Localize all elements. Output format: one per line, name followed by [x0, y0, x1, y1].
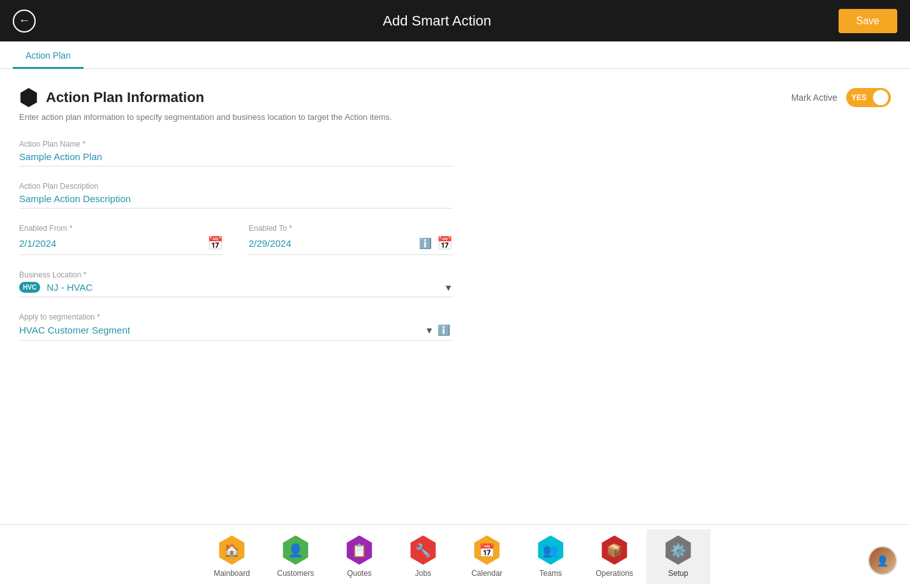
nav-label-jobs: Jobs — [415, 569, 431, 578]
enabled-from-label: Enabled From * — [19, 224, 223, 233]
segmentation-chevron-icon[interactable]: ▼ — [425, 325, 434, 335]
date-row: Enabled From * 2/1/2024 📅 Enabled To * 2… — [19, 224, 453, 255]
nav-item-setup[interactable]: ⚙️ Setup — [647, 529, 710, 584]
business-location-chevron-icon[interactable]: ▼ — [444, 283, 453, 293]
nav-item-quotes[interactable]: 📋 Quotes — [328, 529, 392, 584]
nav-label-setup: Setup — [668, 569, 688, 578]
action-plan-desc-label: Action Plan Description — [19, 182, 453, 191]
nav-item-mainboard[interactable]: 🏠 Mainboard — [200, 529, 264, 584]
teams-icon: 👥 — [536, 536, 566, 565]
save-button[interactable]: Save — [839, 9, 897, 33]
segmentation-label: Apply to segmentation * — [19, 312, 453, 321]
customers-icon: 👤 — [281, 536, 311, 565]
enabled-to-value[interactable]: 2/29/2024 — [249, 238, 291, 249]
nav-item-teams[interactable]: 👥 Teams — [519, 529, 583, 584]
hvc-badge: HVC — [19, 282, 40, 293]
nav-label-quotes: Quotes — [347, 569, 372, 578]
mark-active-label: Mark Active — [791, 92, 837, 103]
nav-label-teams: Teams — [539, 569, 562, 578]
nav-label-mainboard: Mainboard — [214, 569, 250, 578]
toggle-yes-label: YES — [851, 93, 867, 102]
business-location-field: Business Location * HVC NJ - HVAC ▼ — [19, 270, 453, 297]
segmentation-value: HVAC Customer Segment — [19, 325, 130, 335]
toggle-knob — [873, 90, 888, 105]
nav-item-customers[interactable]: 👤 Customers — [264, 529, 328, 584]
page-title: Add Smart Action — [383, 13, 491, 29]
nav-label-operations: Operations — [596, 569, 633, 578]
nav-item-calendar[interactable]: 📅 Calendar — [455, 529, 519, 584]
section-description: Enter action plan information to specify… — [19, 112, 891, 122]
enabled-from-field: Enabled From * 2/1/2024 📅 — [19, 224, 223, 255]
tab-bar: Action Plan — [0, 41, 910, 69]
enabled-from-wrap: 2/1/2024 📅 — [19, 235, 223, 255]
segmentation-field: Apply to segmentation * HVAC Customer Se… — [19, 312, 453, 341]
calendar-icon: 📅 — [473, 536, 502, 565]
user-avatar[interactable]: 👤 — [868, 546, 897, 575]
nav-item-jobs[interactable]: 🔧 Jobs — [392, 529, 455, 584]
nav-item-operations[interactable]: 📦 Operations — [583, 529, 647, 584]
enabled-from-value[interactable]: 2/1/2024 — [19, 238, 56, 249]
avatar-placeholder: 👤 — [869, 547, 896, 574]
jobs-icon: 🔧 — [409, 536, 438, 565]
back-button[interactable]: ← — [13, 10, 36, 33]
toggle-slider: YES — [846, 88, 891, 107]
tab-action-plan[interactable]: Action Plan — [13, 41, 84, 69]
action-plan-desc-field: Action Plan Description Sample Action De… — [19, 182, 453, 209]
section-title: Action Plan Information — [46, 89, 204, 106]
action-plan-name-label: Action Plan Name * — [19, 140, 453, 149]
segmentation-info-icon[interactable]: ℹ️ — [437, 324, 450, 336]
setup-icon: ⚙️ — [664, 536, 693, 565]
segmentation-wrap[interactable]: HVAC Customer Segment ▼ ℹ️ — [19, 324, 453, 341]
business-location-left: HVC NJ - HVAC — [19, 282, 92, 293]
section-hex-icon — [19, 88, 38, 107]
enabled-to-field: Enabled To * 2/29/2024 ℹ️ 📅 — [249, 224, 453, 255]
nav-items: 🏠 Mainboard 👤 Customers 📋 Quotes 🔧 — [200, 529, 710, 584]
section-title-wrap: Action Plan Information — [19, 88, 204, 107]
action-plan-desc-value[interactable]: Sample Action Description — [19, 193, 453, 209]
business-location-value: NJ - HVAC — [47, 282, 92, 293]
mainboard-icon: 🏠 — [217, 536, 247, 565]
segmentation-right: ▼ ℹ️ — [425, 324, 453, 336]
business-location-label: Business Location * — [19, 270, 453, 279]
action-plan-name-value[interactable]: Sample Action Plan — [19, 151, 453, 166]
enabled-to-calendar-icon[interactable]: 📅 — [437, 235, 453, 251]
app-header: ← Add Smart Action Save — [0, 0, 910, 41]
section-header: Action Plan Information Mark Active YES — [19, 88, 891, 107]
nav-label-customers: Customers — [277, 569, 314, 578]
quotes-icon: 📋 — [345, 536, 374, 565]
mark-active-toggle[interactable]: YES — [846, 88, 891, 107]
enabled-from-calendar-icon[interactable]: 📅 — [207, 235, 223, 251]
enabled-to-info-icon[interactable]: ℹ️ — [419, 237, 432, 249]
action-plan-name-field: Action Plan Name * Sample Action Plan — [19, 140, 453, 166]
operations-icon: 📦 — [600, 536, 629, 565]
mark-active-wrap: Mark Active YES — [791, 88, 891, 107]
business-location-wrap[interactable]: HVC NJ - HVAC ▼ — [19, 282, 453, 297]
nav-label-calendar: Calendar — [471, 569, 503, 578]
bottom-nav: 🏠 Mainboard 👤 Customers 📋 Quotes 🔧 — [0, 524, 910, 588]
main-content: Action Plan Information Mark Active YES … — [0, 69, 910, 524]
enabled-to-label: Enabled To * — [249, 224, 453, 233]
enabled-to-wrap: 2/29/2024 ℹ️ 📅 — [249, 235, 453, 255]
